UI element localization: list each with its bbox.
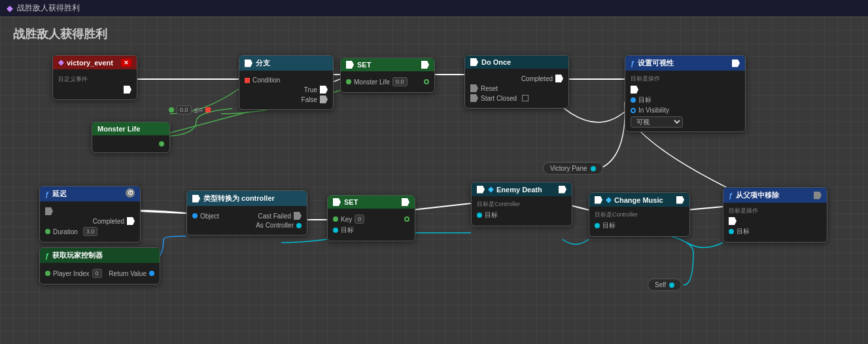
node-self[interactable]: Self (648, 279, 682, 291)
node-cast-controller[interactable]: 类型转换为 controller Object Cast Failed As C… (186, 190, 307, 235)
start-closed-pin: Start Closed (470, 94, 563, 102)
delay-exec-in (45, 207, 135, 215)
target-pin-set: 目标 (333, 226, 409, 235)
condition-pin: Condition (245, 77, 328, 84)
as-controller-pin: As Controller (192, 222, 302, 229)
node-subtitle: 目定义事件 (58, 75, 131, 84)
true-pin: True (245, 86, 328, 94)
blueprint-canvas[interactable]: 战胜敌人获得胜利 (0, 17, 868, 344)
node-header-get-player: ƒ 获取玩家控制器 (40, 248, 160, 263)
self-pin (669, 283, 674, 288)
node-set-visibility[interactable]: ƒ 设置可视性 目标是操作 目标 In Visibility 可视 (625, 55, 746, 132)
node-victory-pane[interactable]: Victory Pane (543, 162, 603, 175)
exec-in-visibility (631, 86, 740, 94)
player-index-pin: Player Index 0 Return Value (45, 269, 154, 278)
node-header-enemy-death: ◆ Enemy Death (472, 182, 572, 196)
node-monster-life[interactable]: Monster Life (92, 122, 170, 153)
node-branch[interactable]: 分支 Condition True False (239, 55, 334, 110)
completed-out: Completed (45, 217, 135, 225)
reset-pin: Reset (470, 84, 563, 92)
monster-life-pin: Monster Life 0.0 (346, 77, 429, 86)
node-header-monster-life: Monster Life (92, 122, 169, 135)
node-header-remove-parent: ƒ 从父项中移除 (723, 188, 827, 203)
node-header-delay: ƒ 延迟 ⏱ (40, 186, 140, 201)
monster-life-out (97, 141, 164, 146)
canvas-title: 战胜敌人获得胜利 (13, 26, 107, 42)
remove-target: 目标 (729, 227, 822, 236)
node-victory-event[interactable]: ◆ victory_event ✕ 目定义事件 (52, 55, 137, 100)
change-music-target: 目标 (595, 221, 684, 230)
node-header-set-bottom: SET (328, 196, 415, 209)
visibility-dropdown[interactable]: 可视 (631, 116, 683, 128)
node-enemy-death[interactable]: ◆ Enemy Death 目标是Controller 目标 (471, 182, 572, 226)
duration-pin: Duration 3.0 (45, 227, 135, 236)
value-node-0: 0.0 ≤= (169, 105, 211, 114)
exec-out-pin (58, 86, 131, 94)
node-header-set-visibility: ƒ 设置可视性 (625, 56, 745, 71)
title-bar: ◆ 战胜敌人获得胜利 (0, 0, 868, 17)
key-pin: Key 0 (333, 215, 409, 224)
target-pin: 目标 (631, 95, 740, 105)
node-set-top[interactable]: SET Monster Life 0.0 (340, 58, 435, 93)
node-do-once[interactable]: Do Once Completed Reset Start Closed (464, 55, 569, 109)
title-bar-label: 战胜敌人获得胜利 (17, 3, 80, 14)
node-change-music[interactable]: ◆ Change Music 目标是Controller 目标 (589, 192, 690, 237)
node-remove-from-parent[interactable]: ƒ 从父项中移除 目标是操作 目标 (723, 187, 827, 243)
remove-exec-in (729, 217, 822, 225)
in-visibility-pin: In Visibility (631, 107, 740, 114)
node-header-branch: 分支 (239, 56, 333, 71)
enemy-death-target: 目标 (477, 211, 566, 220)
node-get-player-controller[interactable]: ƒ 获取玩家控制器 Player Index 0 Return Value (39, 247, 160, 284)
node-set-bottom[interactable]: SET Key 0 目标 (327, 195, 415, 241)
node-header-change-music: ◆ Change Music (589, 193, 689, 207)
title-bar-icon: ◆ (7, 3, 13, 13)
false-pin: False (245, 95, 328, 103)
node-header-set-top: SET (341, 58, 434, 71)
victory-pane-pin (591, 166, 596, 171)
node-header-victory-event: ◆ victory_event ✕ (53, 56, 137, 69)
node-delay[interactable]: ƒ 延迟 ⏱ Completed Duration 3.0 (39, 186, 141, 243)
object-pin: Object Cast Failed (192, 212, 302, 220)
completed-pin: Completed (470, 75, 563, 82)
node-header-cast: 类型转换为 controller (187, 191, 307, 206)
node-header-do-once: Do Once (465, 56, 568, 69)
